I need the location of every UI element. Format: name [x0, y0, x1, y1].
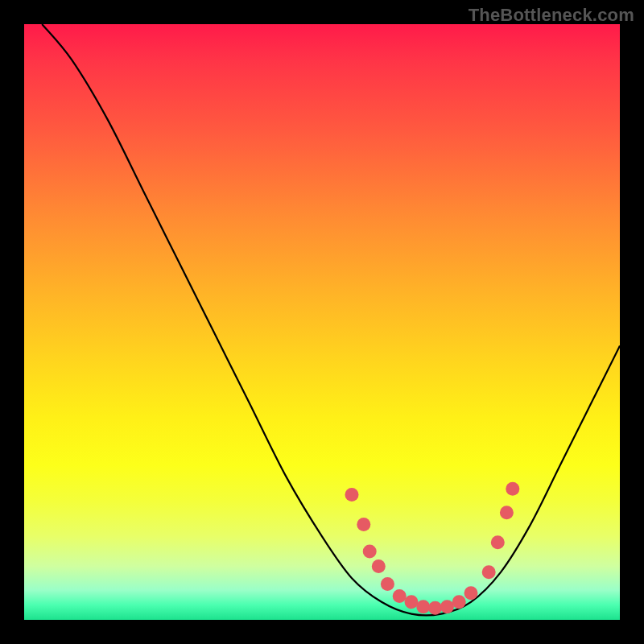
curve-marker: [416, 600, 430, 613]
chart-frame: TheBottleneck.com: [0, 0, 644, 644]
curve-marker: [363, 544, 377, 558]
curve-marker: [452, 595, 466, 609]
curve-marker: [357, 518, 370, 531]
curve-marker: [506, 482, 519, 496]
watermark-text: TheBottleneck.com: [469, 5, 634, 26]
chart-svg: [24, 24, 620, 620]
curve-marker: [405, 595, 419, 609]
curve-marker: [381, 577, 394, 591]
curve-marker: [464, 586, 478, 600]
curve-marker: [500, 506, 514, 519]
curve-marker: [440, 600, 454, 613]
curve-marker: [482, 565, 496, 579]
bottleneck-curve: [42, 24, 620, 615]
curve-marker: [393, 589, 407, 603]
curve-marker: [372, 559, 386, 573]
curve-marker: [491, 535, 505, 549]
curve-marker: [345, 488, 359, 502]
curve-layer: [42, 24, 620, 615]
curve-marker: [428, 601, 442, 615]
